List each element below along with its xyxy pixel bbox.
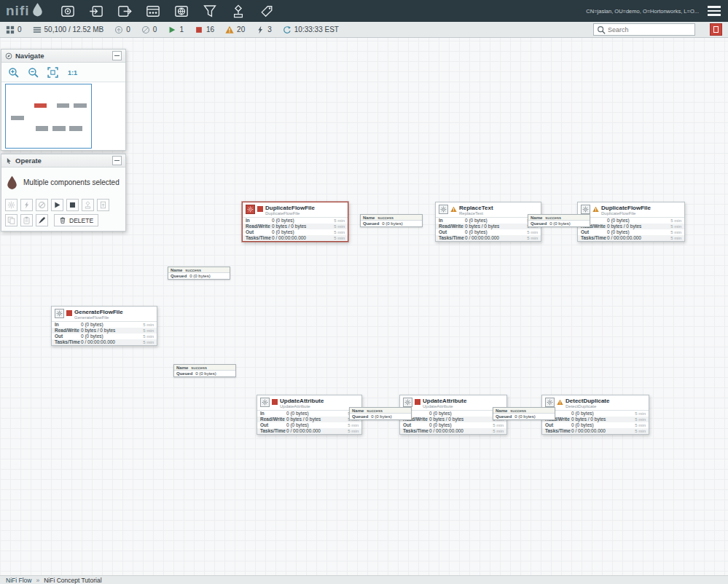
processor-stats: In0 (0 bytes)5 minRead/Write0 bytes / 0 … xyxy=(400,410,506,434)
stat-row: Tasks/Time0 / 00:00:00.0005 min xyxy=(400,428,506,434)
stat-row: In0 (0 bytes)5 min xyxy=(400,411,506,417)
configuration-button[interactable] xyxy=(5,199,17,211)
connection-label[interactable]: NamesuccessQueued0 (0 bytes) xyxy=(168,267,230,280)
trash-icon xyxy=(59,216,66,224)
processor-DuplicateFlowFile[interactable]: DuplicateFlowFileDuplicateFlowFileIn0 (0… xyxy=(577,202,685,242)
stopped-icon xyxy=(195,25,203,34)
label-icon[interactable] xyxy=(258,4,275,18)
navigate-minimize-button[interactable] xyxy=(112,51,122,60)
invalid-icon xyxy=(450,206,457,213)
processor-header: DuplicateFlowFileDuplicateFlowFile xyxy=(243,202,348,217)
birdseye-component xyxy=(57,103,69,108)
processor-DuplicateFlowFile[interactable]: DuplicateFlowFileDuplicateFlowFileIn0 (0… xyxy=(242,202,348,242)
stat-value: 0 (0 bytes) xyxy=(607,218,670,224)
stat-row: Read/Write0 bytes / 0 bytes5 min xyxy=(52,328,157,334)
stat-value: 0 (0 bytes) xyxy=(465,229,527,235)
connection-queued-value: 0 (0 bytes) xyxy=(382,221,402,226)
template-icon[interactable] xyxy=(230,4,247,18)
connection-label[interactable]: NamesuccessQueued0 (0 bytes) xyxy=(349,407,412,420)
processor-stats: In0 (0 bytes)5 minRead/Write0 bytes / 0 … xyxy=(542,410,649,434)
processor-UpdateAttribute[interactable]: UpdateAttributeUpdateAttributeIn0 (0 byt… xyxy=(399,395,507,435)
notification-button[interactable] xyxy=(710,23,722,36)
operate-icon xyxy=(5,157,12,165)
stat-window: 5 min xyxy=(527,235,538,241)
status-running-value: 1 xyxy=(179,25,184,33)
stopped-icon xyxy=(66,310,72,316)
stat-label: Tasks/Time xyxy=(439,235,465,241)
stat-row: Out0 (0 bytes)5 min xyxy=(542,422,649,428)
disable-button[interactable] xyxy=(36,199,48,211)
stat-row: In0 (0 bytes)5 min xyxy=(578,218,684,224)
navigate-panel: Navigate 1:1 xyxy=(1,49,126,151)
status-transmitting-value: 0 xyxy=(126,25,130,33)
disabled-icon xyxy=(256,25,265,34)
remote-process-group-icon[interactable] xyxy=(173,4,190,18)
processor-stats: In0 (0 bytes)5 minRead/Write0 bytes / 0 … xyxy=(257,410,361,434)
processor-name: UpdateAttribute xyxy=(280,398,324,404)
processor-ReplaceText[interactable]: ReplaceTextReplaceTextIn0 (0 bytes)5 min… xyxy=(435,202,541,242)
zoom-out-button[interactable] xyxy=(26,66,40,79)
queued-icon xyxy=(33,25,42,34)
stat-window: 5 min xyxy=(635,422,646,428)
stat-label: In xyxy=(260,411,286,417)
processor-DetectDuplicate[interactable]: DetectDuplicateDetectDuplicateIn0 (0 byt… xyxy=(541,395,649,435)
processor-UpdateAttribute[interactable]: UpdateAttributeUpdateAttributeIn0 (0 byt… xyxy=(257,395,362,435)
operate-panel-title: Operate xyxy=(15,157,42,165)
processor-GenerateFlowFile[interactable]: GenerateFlowFileGenerateFlowFileIn0 (0 b… xyxy=(51,306,157,346)
search-input[interactable] xyxy=(608,26,688,33)
connection-name-value: success xyxy=(510,408,526,414)
delete-button[interactable]: DELETE xyxy=(54,214,98,226)
stat-window: 5 min xyxy=(348,428,359,434)
status-items: 050,100 / 12.52 MB0011620310:33:33 EST xyxy=(6,25,339,34)
connection-queued-value: 0 (0 bytes) xyxy=(549,221,570,226)
connection-queued-row: Queued0 (0 bytes) xyxy=(361,221,422,226)
stat-value: 0 (0 bytes) xyxy=(286,411,348,417)
connection-label[interactable]: NamesuccessQueued0 (0 bytes) xyxy=(360,214,423,227)
zoom-in-button[interactable] xyxy=(6,66,20,79)
funnel-icon[interactable] xyxy=(201,4,219,18)
stat-row: Tasks/Time0 / 00:00:00.0005 min xyxy=(257,428,361,434)
connection-label[interactable]: NamesuccessQueued0 (0 bytes) xyxy=(528,214,590,227)
breadcrumb-root[interactable]: NiFi Flow xyxy=(6,577,31,584)
breadcrumb: NiFi Flow » NiFi Concept Tutorial xyxy=(0,575,728,584)
birdseye-map[interactable] xyxy=(1,82,125,150)
invalid-icon xyxy=(225,25,234,34)
fill-color-button[interactable] xyxy=(36,214,48,226)
paste-button[interactable] xyxy=(20,214,33,226)
connection-label[interactable]: NamesuccessQueued0 (0 bytes) xyxy=(173,364,236,377)
stat-window: 5 min xyxy=(334,224,345,229)
global-menu-button[interactable] xyxy=(706,4,722,17)
stat-window: 5 min xyxy=(143,322,154,328)
processor-icon[interactable] xyxy=(59,4,77,18)
birdseye-component xyxy=(52,126,66,131)
stat-value: 0 (0 bytes) xyxy=(571,422,635,428)
processor-name: GenerateFlowFile xyxy=(74,309,123,315)
connection-name-row: Namesuccess xyxy=(493,408,555,414)
zoom-actual-button[interactable]: 1:1 xyxy=(65,66,79,79)
start-button[interactable] xyxy=(51,199,63,211)
search-box[interactable] xyxy=(593,23,695,36)
input-port-icon[interactable] xyxy=(87,4,105,18)
stat-label: Out xyxy=(545,422,571,428)
status-last-refresh[interactable]: 10:33:33 EST xyxy=(283,25,339,34)
operate-minimize-button[interactable] xyxy=(112,156,122,165)
stat-label: Out xyxy=(581,229,607,235)
upload-template-button[interactable] xyxy=(97,199,109,211)
processor-glyph-icon xyxy=(246,205,255,214)
processor-header: DuplicateFlowFileDuplicateFlowFile xyxy=(578,202,684,217)
enable-button[interactable] xyxy=(20,199,33,211)
process-group-icon[interactable] xyxy=(144,4,162,18)
connection-name-row: Namesuccess xyxy=(168,267,230,273)
stat-window: 5 min xyxy=(334,218,345,224)
create-template-button[interactable] xyxy=(82,199,94,211)
output-port-icon[interactable] xyxy=(116,4,133,18)
zoom-fit-button[interactable] xyxy=(45,66,60,79)
stop-button[interactable] xyxy=(66,199,79,211)
connection-name-key: Name xyxy=(176,365,188,371)
connection-queued-row: Queued0 (0 bytes) xyxy=(493,414,555,419)
stat-label: Tasks/Time xyxy=(246,235,272,241)
connection-queued-row: Queued0 (0 bytes) xyxy=(174,371,235,376)
connection-queued-key: Queued xyxy=(352,414,368,419)
connection-label[interactable]: NamesuccessQueued0 (0 bytes) xyxy=(493,407,555,420)
copy-button[interactable] xyxy=(5,214,17,226)
